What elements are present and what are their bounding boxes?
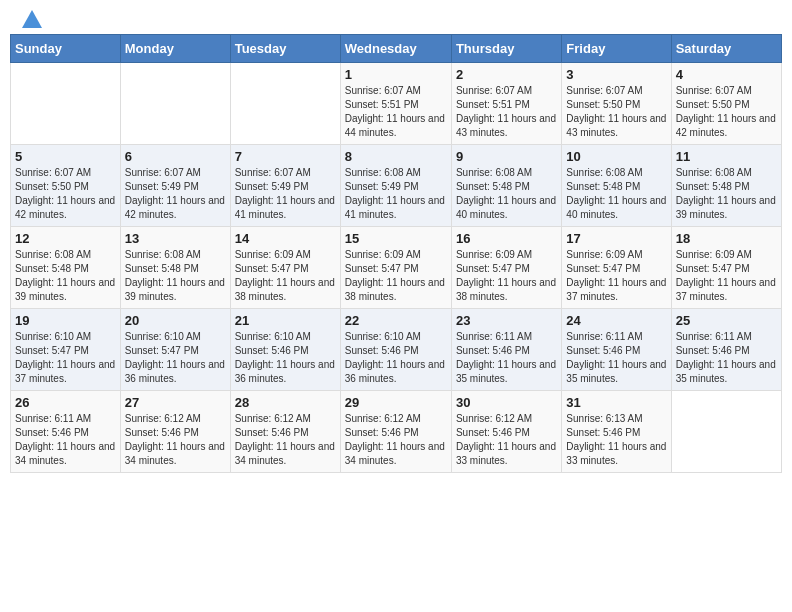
day-info: Sunrise: 6:10 AM Sunset: 5:47 PM Dayligh… — [125, 330, 226, 386]
calendar-cell: 11Sunrise: 6:08 AM Sunset: 5:48 PM Dayli… — [671, 145, 781, 227]
calendar-week-row: 19Sunrise: 6:10 AM Sunset: 5:47 PM Dayli… — [11, 309, 782, 391]
day-info: Sunrise: 6:08 AM Sunset: 5:48 PM Dayligh… — [456, 166, 557, 222]
day-number: 21 — [235, 313, 336, 328]
day-number: 24 — [566, 313, 666, 328]
calendar-cell: 14Sunrise: 6:09 AM Sunset: 5:47 PM Dayli… — [230, 227, 340, 309]
day-number: 25 — [676, 313, 777, 328]
day-info: Sunrise: 6:07 AM Sunset: 5:50 PM Dayligh… — [15, 166, 116, 222]
calendar-cell: 18Sunrise: 6:09 AM Sunset: 5:47 PM Dayli… — [671, 227, 781, 309]
day-number: 16 — [456, 231, 557, 246]
day-info: Sunrise: 6:07 AM Sunset: 5:50 PM Dayligh… — [676, 84, 777, 140]
calendar-cell: 16Sunrise: 6:09 AM Sunset: 5:47 PM Dayli… — [451, 227, 561, 309]
calendar-cell: 6Sunrise: 6:07 AM Sunset: 5:49 PM Daylig… — [120, 145, 230, 227]
calendar-cell: 2Sunrise: 6:07 AM Sunset: 5:51 PM Daylig… — [451, 63, 561, 145]
calendar-cell: 7Sunrise: 6:07 AM Sunset: 5:49 PM Daylig… — [230, 145, 340, 227]
calendar-cell: 4Sunrise: 6:07 AM Sunset: 5:50 PM Daylig… — [671, 63, 781, 145]
calendar-cell: 23Sunrise: 6:11 AM Sunset: 5:46 PM Dayli… — [451, 309, 561, 391]
day-number: 20 — [125, 313, 226, 328]
day-number: 18 — [676, 231, 777, 246]
calendar-cell: 3Sunrise: 6:07 AM Sunset: 5:50 PM Daylig… — [562, 63, 671, 145]
day-number: 28 — [235, 395, 336, 410]
day-info: Sunrise: 6:07 AM Sunset: 5:49 PM Dayligh… — [235, 166, 336, 222]
day-info: Sunrise: 6:07 AM Sunset: 5:51 PM Dayligh… — [345, 84, 447, 140]
calendar-cell: 10Sunrise: 6:08 AM Sunset: 5:48 PM Dayli… — [562, 145, 671, 227]
day-info: Sunrise: 6:09 AM Sunset: 5:47 PM Dayligh… — [676, 248, 777, 304]
day-info: Sunrise: 6:08 AM Sunset: 5:49 PM Dayligh… — [345, 166, 447, 222]
calendar-cell: 1Sunrise: 6:07 AM Sunset: 5:51 PM Daylig… — [340, 63, 451, 145]
calendar-cell: 29Sunrise: 6:12 AM Sunset: 5:46 PM Dayli… — [340, 391, 451, 473]
day-info: Sunrise: 6:11 AM Sunset: 5:46 PM Dayligh… — [15, 412, 116, 468]
day-number: 31 — [566, 395, 666, 410]
day-number: 8 — [345, 149, 447, 164]
logo — [18, 14, 42, 22]
day-info: Sunrise: 6:12 AM Sunset: 5:46 PM Dayligh… — [125, 412, 226, 468]
day-info: Sunrise: 6:08 AM Sunset: 5:48 PM Dayligh… — [15, 248, 116, 304]
calendar-cell: 20Sunrise: 6:10 AM Sunset: 5:47 PM Dayli… — [120, 309, 230, 391]
calendar-cell: 28Sunrise: 6:12 AM Sunset: 5:46 PM Dayli… — [230, 391, 340, 473]
calendar-cell — [120, 63, 230, 145]
calendar-cell: 12Sunrise: 6:08 AM Sunset: 5:48 PM Dayli… — [11, 227, 121, 309]
day-info: Sunrise: 6:12 AM Sunset: 5:46 PM Dayligh… — [456, 412, 557, 468]
day-info: Sunrise: 6:09 AM Sunset: 5:47 PM Dayligh… — [566, 248, 666, 304]
calendar-cell: 8Sunrise: 6:08 AM Sunset: 5:49 PM Daylig… — [340, 145, 451, 227]
calendar-cell: 27Sunrise: 6:12 AM Sunset: 5:46 PM Dayli… — [120, 391, 230, 473]
calendar-week-row: 5Sunrise: 6:07 AM Sunset: 5:50 PM Daylig… — [11, 145, 782, 227]
calendar-cell: 13Sunrise: 6:08 AM Sunset: 5:48 PM Dayli… — [120, 227, 230, 309]
day-info: Sunrise: 6:11 AM Sunset: 5:46 PM Dayligh… — [676, 330, 777, 386]
day-number: 7 — [235, 149, 336, 164]
calendar-cell — [671, 391, 781, 473]
calendar-week-row: 12Sunrise: 6:08 AM Sunset: 5:48 PM Dayli… — [11, 227, 782, 309]
calendar-cell: 30Sunrise: 6:12 AM Sunset: 5:46 PM Dayli… — [451, 391, 561, 473]
day-number: 26 — [15, 395, 116, 410]
day-number: 30 — [456, 395, 557, 410]
weekday-header-tuesday: Tuesday — [230, 35, 340, 63]
weekday-header-thursday: Thursday — [451, 35, 561, 63]
day-number: 27 — [125, 395, 226, 410]
day-info: Sunrise: 6:10 AM Sunset: 5:46 PM Dayligh… — [345, 330, 447, 386]
day-info: Sunrise: 6:13 AM Sunset: 5:46 PM Dayligh… — [566, 412, 666, 468]
day-info: Sunrise: 6:12 AM Sunset: 5:46 PM Dayligh… — [235, 412, 336, 468]
page-header — [10, 10, 782, 26]
day-info: Sunrise: 6:09 AM Sunset: 5:47 PM Dayligh… — [345, 248, 447, 304]
day-number: 23 — [456, 313, 557, 328]
weekday-header-row: SundayMondayTuesdayWednesdayThursdayFrid… — [11, 35, 782, 63]
day-info: Sunrise: 6:11 AM Sunset: 5:46 PM Dayligh… — [456, 330, 557, 386]
calendar-week-row: 26Sunrise: 6:11 AM Sunset: 5:46 PM Dayli… — [11, 391, 782, 473]
day-number: 17 — [566, 231, 666, 246]
day-info: Sunrise: 6:10 AM Sunset: 5:47 PM Dayligh… — [15, 330, 116, 386]
day-info: Sunrise: 6:07 AM Sunset: 5:50 PM Dayligh… — [566, 84, 666, 140]
calendar-cell — [11, 63, 121, 145]
day-info: Sunrise: 6:09 AM Sunset: 5:47 PM Dayligh… — [235, 248, 336, 304]
day-info: Sunrise: 6:08 AM Sunset: 5:48 PM Dayligh… — [676, 166, 777, 222]
day-number: 19 — [15, 313, 116, 328]
calendar-cell: 15Sunrise: 6:09 AM Sunset: 5:47 PM Dayli… — [340, 227, 451, 309]
calendar-cell: 19Sunrise: 6:10 AM Sunset: 5:47 PM Dayli… — [11, 309, 121, 391]
calendar-cell — [230, 63, 340, 145]
calendar-cell: 5Sunrise: 6:07 AM Sunset: 5:50 PM Daylig… — [11, 145, 121, 227]
day-info: Sunrise: 6:12 AM Sunset: 5:46 PM Dayligh… — [345, 412, 447, 468]
calendar-week-row: 1Sunrise: 6:07 AM Sunset: 5:51 PM Daylig… — [11, 63, 782, 145]
weekday-header-wednesday: Wednesday — [340, 35, 451, 63]
day-info: Sunrise: 6:08 AM Sunset: 5:48 PM Dayligh… — [566, 166, 666, 222]
calendar-table: SundayMondayTuesdayWednesdayThursdayFrid… — [10, 34, 782, 473]
day-number: 15 — [345, 231, 447, 246]
calendar-cell: 17Sunrise: 6:09 AM Sunset: 5:47 PM Dayli… — [562, 227, 671, 309]
day-number: 14 — [235, 231, 336, 246]
logo-icon — [22, 10, 42, 28]
calendar-cell: 9Sunrise: 6:08 AM Sunset: 5:48 PM Daylig… — [451, 145, 561, 227]
day-number: 3 — [566, 67, 666, 82]
weekday-header-sunday: Sunday — [11, 35, 121, 63]
day-info: Sunrise: 6:11 AM Sunset: 5:46 PM Dayligh… — [566, 330, 666, 386]
day-number: 2 — [456, 67, 557, 82]
day-info: Sunrise: 6:09 AM Sunset: 5:47 PM Dayligh… — [456, 248, 557, 304]
calendar-cell: 25Sunrise: 6:11 AM Sunset: 5:46 PM Dayli… — [671, 309, 781, 391]
calendar-cell: 31Sunrise: 6:13 AM Sunset: 5:46 PM Dayli… — [562, 391, 671, 473]
day-number: 4 — [676, 67, 777, 82]
calendar-cell: 26Sunrise: 6:11 AM Sunset: 5:46 PM Dayli… — [11, 391, 121, 473]
weekday-header-monday: Monday — [120, 35, 230, 63]
day-number: 12 — [15, 231, 116, 246]
day-number: 10 — [566, 149, 666, 164]
day-number: 22 — [345, 313, 447, 328]
day-info: Sunrise: 6:07 AM Sunset: 5:51 PM Dayligh… — [456, 84, 557, 140]
day-info: Sunrise: 6:08 AM Sunset: 5:48 PM Dayligh… — [125, 248, 226, 304]
